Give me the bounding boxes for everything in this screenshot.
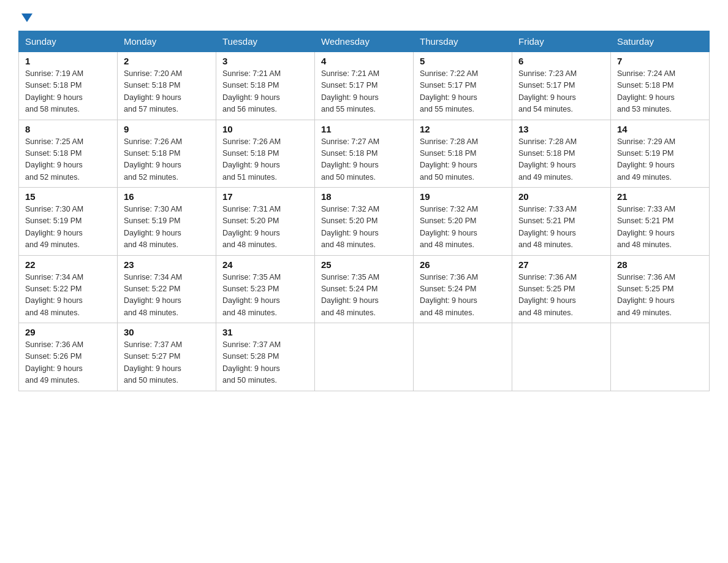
day-cell-9: 9 Sunrise: 7:26 AMSunset: 5:18 PMDayligh… (118, 120, 216, 188)
day-info: Sunrise: 7:32 AMSunset: 5:20 PMDaylight:… (321, 205, 379, 249)
day-number: 24 (222, 259, 308, 270)
day-info: Sunrise: 7:33 AMSunset: 5:21 PMDaylight:… (518, 205, 577, 249)
day-info: Sunrise: 7:33 AMSunset: 5:21 PMDaylight:… (617, 205, 675, 249)
day-info: Sunrise: 7:19 AMSunset: 5:18 PMDaylight:… (25, 69, 83, 113)
day-info: Sunrise: 7:27 AMSunset: 5:18 PMDaylight:… (321, 137, 379, 182)
day-cell-24: 24 Sunrise: 7:35 AMSunset: 5:23 PMDaylig… (216, 255, 315, 323)
day-info: Sunrise: 7:32 AMSunset: 5:20 PMDaylight:… (420, 205, 478, 249)
day-number: 15 (25, 191, 111, 202)
day-info: Sunrise: 7:26 AMSunset: 5:18 PMDaylight:… (222, 137, 281, 182)
weekday-header-friday: Friday (512, 31, 611, 52)
day-number: 30 (124, 327, 210, 337)
day-number: 10 (222, 124, 308, 134)
day-cell-5: 5 Sunrise: 7:22 AMSunset: 5:17 PMDayligh… (414, 52, 512, 120)
day-cell-14: 14 Sunrise: 7:29 AMSunset: 5:19 PMDaylig… (611, 120, 710, 188)
empty-cell (315, 323, 414, 391)
day-info: Sunrise: 7:30 AMSunset: 5:19 PMDaylight:… (25, 205, 83, 249)
day-info: Sunrise: 7:36 AMSunset: 5:25 PMDaylight:… (518, 273, 577, 317)
day-info: Sunrise: 7:30 AMSunset: 5:19 PMDaylight:… (124, 205, 182, 249)
day-cell-16: 16 Sunrise: 7:30 AMSunset: 5:19 PMDaylig… (118, 188, 216, 256)
calendar-table: SundayMondayTuesdayWednesdayThursdayFrid… (18, 31, 710, 391)
day-number: 25 (321, 259, 407, 270)
day-number: 23 (124, 259, 210, 270)
day-cell-20: 20 Sunrise: 7:33 AMSunset: 5:21 PMDaylig… (512, 188, 611, 256)
day-info: Sunrise: 7:36 AMSunset: 5:25 PMDaylight:… (617, 273, 675, 317)
day-number: 2 (124, 56, 210, 66)
day-cell-2: 2 Sunrise: 7:20 AMSunset: 5:18 PMDayligh… (118, 52, 216, 120)
day-number: 26 (420, 259, 506, 270)
day-info: Sunrise: 7:29 AMSunset: 5:19 PMDaylight:… (617, 137, 675, 182)
day-number: 19 (420, 191, 506, 202)
day-number: 31 (222, 327, 308, 337)
weekday-header-wednesday: Wednesday (315, 31, 414, 52)
empty-cell (414, 323, 512, 391)
day-number: 28 (617, 259, 703, 270)
day-number: 17 (222, 191, 308, 202)
day-number: 4 (321, 56, 407, 66)
empty-cell (512, 323, 611, 391)
logo-triangle-icon (20, 11, 34, 25)
svg-marker-0 (21, 13, 32, 22)
day-number: 9 (124, 124, 210, 134)
day-cell-6: 6 Sunrise: 7:23 AMSunset: 5:17 PMDayligh… (512, 52, 611, 120)
day-number: 22 (25, 259, 111, 270)
day-cell-15: 15 Sunrise: 7:30 AMSunset: 5:19 PMDaylig… (19, 188, 118, 256)
day-number: 13 (518, 124, 604, 134)
week-row-4: 22 Sunrise: 7:34 AMSunset: 5:22 PMDaylig… (19, 255, 710, 323)
day-number: 20 (518, 191, 604, 202)
page-header (18, 12, 710, 25)
day-info: Sunrise: 7:28 AMSunset: 5:18 PMDaylight:… (518, 137, 577, 182)
day-cell-21: 21 Sunrise: 7:33 AMSunset: 5:21 PMDaylig… (611, 188, 710, 256)
day-cell-13: 13 Sunrise: 7:28 AMSunset: 5:18 PMDaylig… (512, 120, 611, 188)
day-info: Sunrise: 7:23 AMSunset: 5:17 PMDaylight:… (518, 69, 577, 113)
day-number: 29 (25, 327, 111, 337)
day-number: 11 (321, 124, 407, 134)
day-cell-27: 27 Sunrise: 7:36 AMSunset: 5:25 PMDaylig… (512, 255, 611, 323)
day-info: Sunrise: 7:28 AMSunset: 5:18 PMDaylight:… (420, 137, 478, 182)
day-number: 14 (617, 124, 703, 134)
day-info: Sunrise: 7:37 AMSunset: 5:28 PMDaylight:… (222, 340, 281, 385)
day-number: 16 (124, 191, 210, 202)
day-number: 7 (617, 56, 703, 66)
day-info: Sunrise: 7:21 AMSunset: 5:17 PMDaylight:… (321, 69, 379, 113)
day-cell-7: 7 Sunrise: 7:24 AMSunset: 5:18 PMDayligh… (611, 52, 710, 120)
day-info: Sunrise: 7:35 AMSunset: 5:24 PMDaylight:… (321, 273, 379, 317)
week-row-1: 1 Sunrise: 7:19 AMSunset: 5:18 PMDayligh… (19, 52, 710, 120)
weekday-header-row: SundayMondayTuesdayWednesdayThursdayFrid… (19, 31, 710, 52)
day-number: 12 (420, 124, 506, 134)
weekday-header-monday: Monday (118, 31, 216, 52)
day-info: Sunrise: 7:34 AMSunset: 5:22 PMDaylight:… (25, 273, 83, 317)
day-cell-30: 30 Sunrise: 7:37 AMSunset: 5:27 PMDaylig… (118, 323, 216, 391)
day-cell-25: 25 Sunrise: 7:35 AMSunset: 5:24 PMDaylig… (315, 255, 414, 323)
day-number: 6 (518, 56, 604, 66)
day-cell-3: 3 Sunrise: 7:21 AMSunset: 5:18 PMDayligh… (216, 52, 315, 120)
day-cell-11: 11 Sunrise: 7:27 AMSunset: 5:18 PMDaylig… (315, 120, 414, 188)
day-info: Sunrise: 7:24 AMSunset: 5:18 PMDaylight:… (617, 69, 675, 113)
day-cell-12: 12 Sunrise: 7:28 AMSunset: 5:18 PMDaylig… (414, 120, 512, 188)
day-cell-4: 4 Sunrise: 7:21 AMSunset: 5:17 PMDayligh… (315, 52, 414, 120)
day-info: Sunrise: 7:26 AMSunset: 5:18 PMDaylight:… (124, 137, 182, 182)
day-cell-29: 29 Sunrise: 7:36 AMSunset: 5:26 PMDaylig… (19, 323, 118, 391)
day-number: 5 (420, 56, 506, 66)
weekday-header-thursday: Thursday (414, 31, 512, 52)
week-row-3: 15 Sunrise: 7:30 AMSunset: 5:19 PMDaylig… (19, 188, 710, 256)
day-number: 3 (222, 56, 308, 66)
weekday-header-saturday: Saturday (611, 31, 710, 52)
weekday-header-tuesday: Tuesday (216, 31, 315, 52)
day-info: Sunrise: 7:34 AMSunset: 5:22 PMDaylight:… (124, 273, 182, 317)
weekday-header-sunday: Sunday (19, 31, 118, 52)
day-cell-26: 26 Sunrise: 7:36 AMSunset: 5:24 PMDaylig… (414, 255, 512, 323)
day-number: 8 (25, 124, 111, 134)
empty-cell (611, 323, 710, 391)
day-number: 21 (617, 191, 703, 202)
day-number: 27 (518, 259, 604, 270)
day-cell-1: 1 Sunrise: 7:19 AMSunset: 5:18 PMDayligh… (19, 52, 118, 120)
day-cell-31: 31 Sunrise: 7:37 AMSunset: 5:28 PMDaylig… (216, 323, 315, 391)
day-info: Sunrise: 7:22 AMSunset: 5:17 PMDaylight:… (420, 69, 478, 113)
day-info: Sunrise: 7:35 AMSunset: 5:23 PMDaylight:… (222, 273, 281, 317)
day-info: Sunrise: 7:36 AMSunset: 5:26 PMDaylight:… (25, 340, 83, 385)
day-cell-8: 8 Sunrise: 7:25 AMSunset: 5:18 PMDayligh… (19, 120, 118, 188)
day-cell-17: 17 Sunrise: 7:31 AMSunset: 5:20 PMDaylig… (216, 188, 315, 256)
day-cell-19: 19 Sunrise: 7:32 AMSunset: 5:20 PMDaylig… (414, 188, 512, 256)
week-row-5: 29 Sunrise: 7:36 AMSunset: 5:26 PMDaylig… (19, 323, 710, 391)
